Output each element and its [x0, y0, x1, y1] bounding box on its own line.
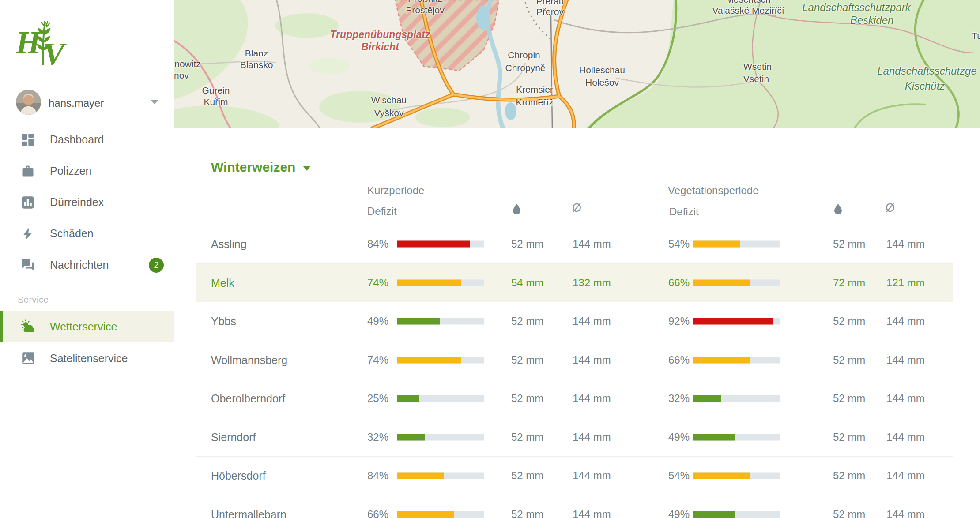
average-icon: Ø — [572, 201, 581, 215]
table-row[interactable]: Wollmannsberg 74% 52 mm 144 mm 66% 52 mm… — [196, 341, 953, 379]
table-row[interactable]: Untermallebarn 66% 52 mm 144 mm 49% 52 m… — [196, 495, 953, 518]
map-label: Gurein — [202, 86, 230, 95]
region-name: Assling — [211, 238, 247, 251]
table-row[interactable]: Assling 84% 52 mm 144 mm 54% 52 mm 144 m… — [196, 225, 953, 263]
kurz-defizit-bar — [397, 241, 484, 248]
kurz-defizit-bar-fill — [397, 241, 470, 248]
map-label: Vsetin — [743, 74, 769, 84]
kurz-defizit-bar — [397, 279, 484, 286]
column-group-vegetationsperiode: Vegetationsperiode — [668, 184, 759, 197]
kurz-avg-value: 144 mm — [573, 431, 611, 443]
kurz-rain-value: 52 mm — [511, 354, 543, 366]
map-label: Přerau — [536, 0, 564, 6]
kurz-rain-value: 54 mm — [511, 277, 543, 289]
sidebar-item-dashboard[interactable]: Dashboard — [0, 124, 174, 155]
kurz-defizit-pct: 66% — [341, 508, 388, 518]
map-label: Landschaftsschutzge — [877, 65, 976, 76]
veg-defizit-bar-fill — [693, 318, 773, 325]
table-row[interactable]: Sierndorf 32% 52 mm 144 mm 49% 52 mm 144… — [196, 418, 953, 457]
sidebar-item-label: Wetterservice — [50, 320, 117, 333]
table-row[interactable]: Melk 74% 54 mm 132 mm 66% 72 mm 121 mm — [196, 263, 953, 302]
veg-avg-value: 121 mm — [886, 277, 925, 289]
map-label: Prostějov — [406, 5, 445, 15]
map-label: Chropyně — [505, 63, 545, 73]
kurz-defizit-pct: 25% — [341, 392, 388, 405]
veg-defizit-bar — [693, 318, 780, 325]
map-label: Wischau — [371, 95, 407, 105]
service-section-label: Service — [18, 295, 49, 305]
table-row[interactable]: Höbersdorf 84% 52 mm 144 mm 54% 52 mm 14… — [196, 456, 953, 495]
app-root: H V — [0, 0, 980, 518]
kurz-defizit-bar-fill — [397, 357, 461, 363]
kurz-defizit-bar-fill — [397, 511, 454, 518]
kurz-defizit-bar — [397, 434, 484, 440]
region-name: Untermallebarn — [211, 508, 286, 518]
veg-avg-value: 144 mm — [886, 469, 925, 482]
map-label: Přerov — [536, 7, 564, 17]
table-row[interactable]: Oberolberndorf 25% 52 mm 144 mm 32% 52 m… — [196, 379, 953, 418]
sidebar-item-label: Nachrichten — [50, 259, 109, 271]
map-label: nov — [174, 71, 189, 80]
sidebar-item-schaeden[interactable]: Schäden — [0, 218, 174, 249]
map-label: Holleschau — [579, 65, 625, 75]
kurz-avg-value: 132 mm — [573, 277, 611, 289]
veg-avg-value: 144 mm — [886, 508, 925, 518]
image-icon — [20, 350, 36, 366]
kurz-defizit-pct: 74% — [341, 277, 388, 289]
sidebar-item-polizzen[interactable]: Polizzen — [0, 155, 174, 187]
map-label: Holešov — [585, 78, 619, 87]
kurz-defizit-bar-fill — [397, 395, 419, 402]
kurz-defizit-pct: 74% — [341, 354, 388, 366]
user-menu[interactable]: hans.mayer — [16, 90, 162, 116]
brand-logo[interactable]: H V — [16, 21, 73, 68]
table-header: Kurzperiode Defizit Ø Vegetationsperiode… — [174, 128, 980, 225]
kurz-defizit-pct: 84% — [341, 238, 388, 250]
veg-defizit-bar — [693, 279, 780, 286]
sidebar-item-label: Polizzen — [50, 165, 92, 177]
kurz-rain-value: 52 mm — [511, 508, 543, 518]
logo-letter-h: H — [16, 25, 41, 60]
veg-rain-value: 52 mm — [833, 354, 865, 366]
map-label: Meseritsch — [726, 0, 771, 4]
sidebar-item-nachrichten[interactable]: Nachrichten 2 — [0, 249, 174, 281]
kurz-rain-value: 52 mm — [511, 469, 543, 482]
kurz-defizit-bar-fill — [397, 434, 425, 440]
map[interactable]: ProßnitzProstějovPřerauPřerovMeseritschV… — [174, 0, 980, 128]
sidebar-item-satelitenservice[interactable]: Satelitenservice — [0, 342, 174, 374]
kurz-defizit-bar — [397, 357, 484, 363]
kurz-defizit-bar-fill — [397, 318, 440, 325]
kurz-defizit-bar — [397, 511, 484, 518]
map-label: Blansko — [240, 60, 273, 70]
map-labels: ProßnitzProstějovPřerauPřerovMeseritschV… — [174, 0, 980, 128]
username: hans.mayer — [49, 97, 104, 109]
veg-defizit-pct: 49% — [642, 431, 690, 443]
main-content: Winterweizen Kurzperiode Defizit Ø Veget… — [174, 128, 980, 518]
map-label: Wsetin — [743, 62, 772, 71]
sidebar-item-duerreindex[interactable]: Dürreindex — [0, 187, 174, 218]
droplet-icon — [834, 204, 842, 216]
table-row[interactable]: Ybbs 49% 52 mm 144 mm 92% 52 mm 144 mm — [196, 302, 953, 341]
messages-icon — [20, 258, 35, 273]
kurz-rain-value: 52 mm — [511, 238, 543, 250]
veg-defizit-bar — [693, 395, 780, 402]
veg-defizit-bar-fill — [693, 473, 750, 479]
region-name: Melk — [211, 276, 234, 289]
kurz-defizit-bar-fill — [397, 473, 444, 479]
user-caret-icon — [151, 100, 158, 104]
map-label: Vyškov — [374, 108, 404, 118]
veg-defizit-pct: 54% — [642, 469, 690, 482]
veg-defizit-pct: 54% — [642, 238, 690, 250]
region-name: Oberolberndorf — [211, 392, 285, 405]
sidebar-item-wetterservice[interactable]: Wetterservice — [0, 311, 174, 342]
average-icon: Ø — [886, 201, 895, 215]
region-name: Höbersdorf — [211, 469, 266, 482]
notification-badge: 2 — [149, 258, 164, 273]
veg-avg-value: 144 mm — [886, 392, 925, 405]
briefcase-icon — [20, 164, 35, 179]
column-group-kurzperiode: Kurzperiode — [367, 184, 424, 197]
veg-defizit-bar-fill — [693, 395, 721, 402]
map-label: Tu — [972, 31, 980, 41]
veg-avg-value: 144 mm — [886, 354, 925, 366]
veg-avg-value: 144 mm — [886, 238, 925, 250]
map-label: Chropin — [508, 50, 540, 60]
